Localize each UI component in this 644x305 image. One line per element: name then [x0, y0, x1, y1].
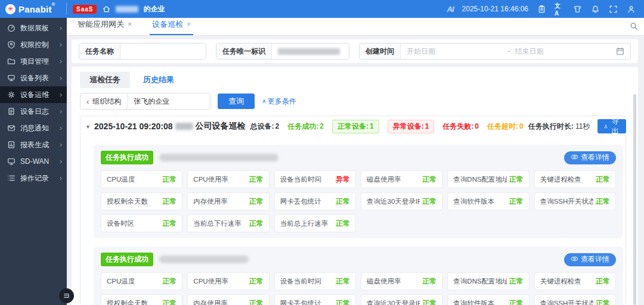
check-item: CPU使用率 正常 — [187, 272, 269, 290]
chevron-left-icon: ‹ — [86, 97, 89, 106]
sidebar-item-notifications[interactable]: 消息通知 › — [0, 120, 67, 136]
collapse-result-icon[interactable]: ▾ — [86, 123, 89, 130]
clipboard-icon[interactable] — [537, 4, 546, 14]
task-uid-field: 任务唯一标识 — [216, 43, 349, 60]
redacted-task-uid — [278, 48, 340, 55]
check-grid: CPU温度 正常 CPU使用率 正常 设备当前时间 正常 磁盘使用率 正常 查询… — [101, 272, 616, 305]
org-input[interactable]: 张飞的企业 — [128, 94, 210, 109]
check-item: 磁盘使用率 正常 — [361, 170, 442, 188]
device-header: 任务执行成功 查看详情 — [101, 151, 616, 164]
check-status: 正常 — [422, 276, 436, 287]
check-status: 正常 — [249, 175, 264, 185]
sidebar-item-device-logs[interactable]: 设备日志 › — [0, 103, 67, 120]
check-status: 正常 — [162, 276, 177, 287]
home-icon[interactable] — [101, 4, 111, 14]
subtab-list: 巡检任务历史结果 — [80, 71, 630, 88]
stat-badge: 任务失败:0 — [442, 122, 479, 132]
log-icon — [7, 107, 16, 116]
tab-1[interactable]: 设备巡检 × — [150, 19, 193, 35]
check-name: 设备当前时间 — [280, 175, 321, 184]
view-detail-button[interactable]: 查看详情 — [564, 253, 616, 266]
check-status: 正常 — [249, 197, 264, 207]
sidebar-item-dashboard[interactable]: 数据展板 › — [0, 20, 67, 36]
fullscreen-icon[interactable] — [608, 4, 618, 14]
view-detail-button[interactable]: 查看详情 — [564, 151, 616, 164]
brand-name: Panabit® — [18, 4, 55, 14]
task-uid-input[interactable] — [272, 43, 349, 59]
vertical-scrollbar[interactable] — [633, 94, 636, 305]
export-button[interactable]: 导出 — [597, 119, 626, 133]
check-name: 关键进程检查 — [540, 175, 581, 184]
device-card: 任务执行成功 查看详情 CPU温度 正常 CPU使用率 正常 设备当前时间 异常… — [94, 145, 623, 238]
sidebar-item-device-list[interactable]: 设备列表 › — [0, 70, 67, 86]
close-icon[interactable]: × — [128, 21, 132, 28]
check-name: 查询近30天登录IP — [367, 197, 420, 206]
range-separator: - — [508, 47, 510, 55]
filter-bar: 任务名称 任务唯一标识 创建时间 开始日期 - 结束日期 — [72, 39, 638, 63]
result-stats: 总设备:2 任务成功:2 正常设备:1 异常设备:1 任务失败:0 任务超时:0 — [250, 120, 524, 133]
check-status: 正常 — [336, 276, 350, 287]
sidebar-item-permission[interactable]: 权限控制 › — [0, 36, 67, 53]
check-item: 查询SSH开关状态 正常 — [534, 192, 616, 210]
check-item: 当前总上行速率 正常 — [274, 214, 356, 232]
content: 任务名称 任务唯一标识 创建时间 开始日期 - 结束日期 — [67, 36, 644, 305]
chevron-right-icon: › — [60, 74, 62, 82]
tab-0[interactable]: 智能应用网关 × — [75, 19, 134, 35]
chevron-right-icon: › — [60, 57, 62, 66]
check-name: 关键进程检查 — [540, 277, 581, 286]
check-item: 查询近30天登录IP 正常 — [361, 192, 442, 210]
chevron-right-icon: › — [60, 91, 62, 99]
theme-icon[interactable] — [572, 4, 582, 14]
check-status: 正常 — [596, 298, 610, 305]
check-name: 磁盘使用率 — [367, 175, 401, 184]
sidebar-item-op-records[interactable]: 操作记录 › — [0, 170, 67, 186]
check-item: 关键进程检查 正常 — [534, 170, 616, 188]
stat-badge: 任务超时:0 — [487, 122, 524, 132]
check-name: 网卡丢包统计 — [280, 299, 321, 305]
search-icon[interactable] — [630, 22, 638, 33]
stat-badge: 总设备:2 — [250, 122, 280, 132]
sidebar-item-label: 操作记录 — [20, 173, 60, 183]
close-icon[interactable]: × — [187, 21, 191, 28]
check-item: 查询近30天登录IP 正常 — [361, 294, 442, 305]
sidebar-item-reports[interactable]: 报表生成 › — [0, 136, 67, 153]
check-status: 正常 — [249, 219, 264, 229]
duration-value: 11秒 — [575, 122, 590, 130]
account-icon[interactable] — [626, 4, 636, 14]
device-header: 任务执行成功 查看详情 — [101, 253, 616, 266]
sidebar-item-project[interactable]: 项目管理 › — [0, 53, 67, 70]
chevron-right-icon: › — [60, 124, 62, 132]
org-structure-toggle[interactable]: ‹ 组织结构 — [80, 94, 128, 109]
date-range-input[interactable]: 开始日期 - 结束日期 — [401, 43, 630, 59]
eye-icon — [571, 153, 578, 163]
more-conditions-link[interactable]: ∧ 更多条件 — [262, 97, 296, 107]
check-name: CPU使用率 — [193, 175, 228, 184]
sidebar-item-sd-wan[interactable]: SD-WAN › — [0, 153, 67, 170]
sidebar-item-device-ops[interactable]: 设备运维 › — [0, 86, 67, 103]
check-item: CPU温度 正常 — [101, 272, 182, 290]
calendar-icon[interactable] — [616, 47, 624, 55]
translate-icon[interactable]: 文A — [555, 4, 564, 14]
check-name: 设备当前时间 — [280, 277, 321, 286]
check-item: 查询软件版本 正常 — [447, 192, 529, 210]
check-status: 异常 — [336, 175, 350, 185]
sidebar-item-label: 消息通知 — [20, 123, 60, 133]
dashboard-icon — [7, 24, 16, 33]
check-name: 查询软件版本 — [453, 197, 494, 206]
bell-icon[interactable] — [590, 4, 600, 14]
task-status-badge: 任务执行成功 — [101, 253, 153, 266]
check-item: 内存使用率 正常 — [187, 294, 269, 305]
check-status: 正常 — [162, 197, 177, 207]
task-name-input[interactable] — [120, 43, 206, 59]
check-status: 正常 — [509, 298, 524, 305]
subtab-0[interactable]: 巡检任务 — [80, 71, 130, 88]
result-header: ▾ 2025-10-21 09:20:08 公司设备巡检 总设备:2 任务成功:… — [80, 116, 626, 136]
subtab-1[interactable]: 历史结果 — [134, 71, 184, 88]
check-item: CPU使用率 正常 — [187, 170, 269, 188]
collapse-sidebar-button[interactable] — [59, 288, 74, 303]
result-title-suffix: 公司设备巡检 — [196, 121, 246, 132]
search-button[interactable]: 查询 — [218, 94, 255, 109]
check-item: CPU温度 正常 — [101, 170, 182, 188]
chevron-right-icon: › — [60, 24, 62, 32]
end-date-placeholder: 结束日期 — [515, 46, 612, 57]
